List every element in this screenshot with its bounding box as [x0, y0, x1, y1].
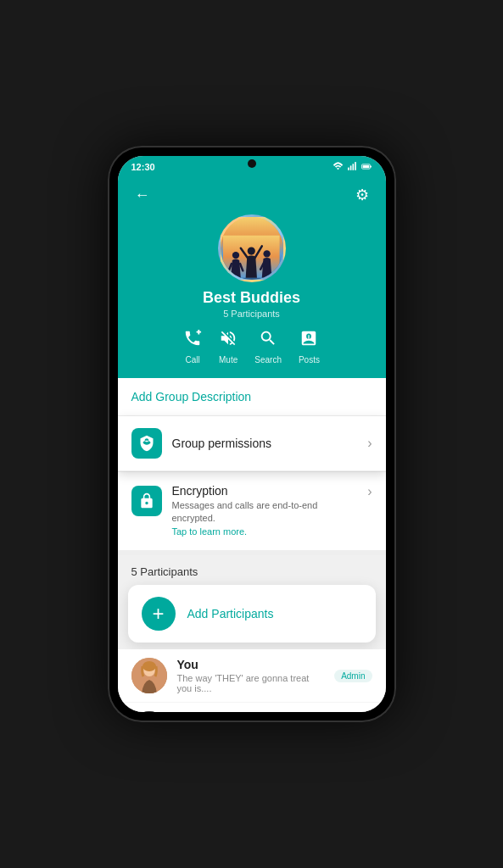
search-icon [259, 329, 277, 352]
call-icon [183, 329, 202, 352]
header-area: ← ⚙ [118, 175, 386, 378]
participant-row-joseph[interactable]: ~Joseph Stalin Hey,I'm in tepnot Admin +… [118, 703, 386, 712]
encryption-description: Messages and calls are end-to-end encryp… [172, 499, 358, 538]
mute-button[interactable]: Mute [219, 329, 238, 364]
admin-badge-you: Admin [334, 670, 372, 682]
search-label: Search [254, 355, 282, 364]
encryption-section[interactable]: Encryption Messages and calls are end-to… [118, 472, 386, 555]
action-buttons: Call Mute [183, 329, 320, 364]
call-label: Call [185, 355, 199, 364]
add-participants-card[interactable]: + Add Participants [128, 585, 376, 643]
header-nav: ← ⚙ [131, 182, 372, 208]
posts-button[interactable]: Posts [299, 329, 320, 364]
svg-point-8 [232, 251, 239, 258]
camera-notch [248, 159, 256, 168]
status-bar: 12:30 [118, 156, 386, 175]
encryption-title: Encryption [172, 484, 358, 498]
svg-point-13 [143, 661, 156, 671]
encryption-text-area: Encryption Messages and calls are end-to… [172, 484, 358, 538]
wifi-icon [333, 161, 344, 172]
signal-icon [347, 161, 358, 172]
posts-icon [299, 329, 318, 352]
svg-rect-2 [352, 164, 354, 170]
phone-screen: 12:30 ← ⚙ [118, 156, 386, 712]
group-silhouette [223, 233, 280, 281]
group-name: Best Buddies [203, 289, 300, 307]
back-button[interactable]: ← [131, 183, 154, 208]
participant-avatar-joseph [131, 711, 167, 712]
call-button[interactable]: Call [183, 329, 202, 364]
add-participants-button[interactable]: + [142, 597, 176, 631]
status-icons [333, 161, 372, 172]
add-participants-label: Add Participants [187, 607, 274, 620]
group-avatar [218, 214, 286, 282]
encryption-chevron: › [367, 484, 372, 499]
mute-label: Mute [219, 355, 238, 364]
group-participants-count: 5 Participants [223, 309, 280, 319]
permissions-chevron: › [367, 436, 372, 451]
participant-status-you: The way 'THEY' are gonna treat you is...… [177, 673, 325, 693]
search-button[interactable]: Search [254, 329, 282, 364]
permissions-label: Group permissions [172, 437, 358, 450]
svg-rect-6 [370, 165, 372, 167]
encryption-icon [138, 492, 155, 509]
participant-name-you: You [177, 658, 325, 671]
svg-point-9 [248, 247, 255, 254]
joseph-avatar-image [131, 711, 167, 712]
avatar-scene [221, 217, 283, 280]
participants-header: 5 Participants [118, 555, 386, 585]
you-avatar-image [131, 658, 167, 693]
participant-avatar-you [131, 658, 167, 693]
encryption-link[interactable]: Tap to learn more. [172, 526, 248, 537]
permissions-icon [138, 435, 155, 452]
battery-icon [361, 161, 372, 172]
content-area[interactable]: Add Group Description Group permissions … [118, 378, 386, 712]
participant-right-you: Admin [334, 670, 372, 682]
phone-frame: 12:30 ← ⚙ [108, 146, 396, 722]
participant-row[interactable]: You The way 'THEY' are gonna treat you i… [118, 649, 386, 703]
svg-rect-1 [349, 165, 351, 170]
permissions-icon-wrap [131, 428, 162, 459]
add-group-description[interactable]: Add Group Description [118, 378, 386, 416]
mute-icon [219, 329, 238, 352]
svg-rect-5 [362, 165, 369, 168]
participant-info-you: You The way 'THEY' are gonna treat you i… [177, 658, 325, 693]
svg-rect-3 [355, 162, 356, 170]
plus-icon: + [152, 604, 164, 624]
status-time: 12:30 [131, 162, 155, 172]
settings-button[interactable]: ⚙ [352, 182, 372, 208]
encryption-icon-wrap [131, 486, 162, 516]
svg-rect-0 [348, 168, 349, 170]
svg-rect-14 [131, 711, 167, 712]
group-permissions-card[interactable]: Group permissions › [118, 416, 386, 471]
posts-label: Posts [299, 355, 320, 364]
svg-point-10 [264, 250, 271, 257]
